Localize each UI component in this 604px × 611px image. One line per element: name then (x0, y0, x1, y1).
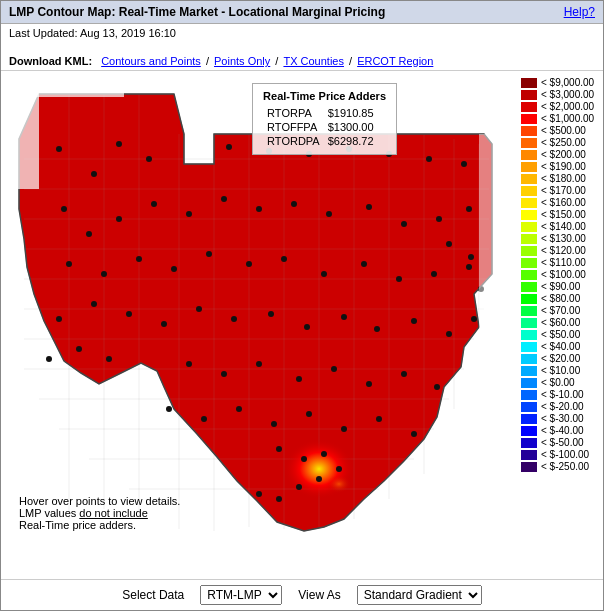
help-link[interactable]: Help? (564, 5, 595, 19)
legend-label: < $190.00 (541, 161, 586, 172)
legend-color-swatch (521, 174, 537, 184)
hover-line3: Real-Time price adders. (19, 519, 180, 531)
legend-item: < $130.00 (521, 233, 604, 244)
svg-point-98 (316, 476, 322, 482)
svg-point-42 (186, 211, 192, 217)
map-container: Real-Time Price Adders RTORPA $1910.85 R… (1, 71, 517, 579)
do-not-include: do not include (79, 507, 148, 519)
legend-item: < $-250.00 (521, 461, 604, 472)
tx-counties-link[interactable]: TX Counties (283, 55, 344, 67)
legend-item: < $40.00 (521, 341, 604, 352)
price-key-rtordpa: RTORDPA (263, 134, 324, 148)
ercot-region-link[interactable]: ERCOT Region (357, 55, 433, 67)
price-val-rtoffpa: $1300.00 (324, 120, 378, 134)
legend-color-swatch (521, 390, 537, 400)
page-title: LMP Contour Map: Real-Time Market - Loca… (9, 5, 385, 19)
svg-point-52 (101, 271, 107, 277)
legend-item: < $180.00 (521, 173, 604, 184)
svg-point-31 (226, 144, 232, 150)
price-row-rtordpa: RTORDPA $6298.72 (263, 134, 377, 148)
svg-point-76 (76, 346, 82, 352)
legend-item: < $0.00 (521, 377, 604, 388)
price-adders-box: Real-Time Price Adders RTORPA $1910.85 R… (252, 83, 397, 155)
svg-point-29 (116, 141, 122, 147)
legend-item: < $-20.00 (521, 401, 604, 412)
svg-point-30 (146, 156, 152, 162)
contours-points-link[interactable]: Contours and Points (101, 55, 201, 67)
view-as-dropdown[interactable]: Standard Gradient Custom (357, 585, 482, 605)
legend-color-swatch (521, 78, 537, 88)
price-val-rtorpa: $1910.85 (324, 106, 378, 120)
svg-point-100 (276, 496, 282, 502)
legend-color-swatch (521, 438, 537, 448)
svg-point-101 (256, 491, 262, 497)
legend-color-swatch (521, 378, 537, 388)
legend-label: < $1,000.00 (541, 113, 594, 124)
svg-point-80 (256, 361, 262, 367)
legend-color-swatch (521, 210, 537, 220)
svg-point-103 (468, 254, 474, 260)
svg-point-37 (461, 161, 467, 167)
svg-point-43 (221, 196, 227, 202)
svg-point-41 (151, 201, 157, 207)
points-only-link[interactable]: Points Only (214, 55, 270, 67)
svg-point-61 (431, 271, 437, 277)
lmp-values-pre: LMP values (19, 507, 79, 519)
legend-item: < $500.00 (521, 125, 604, 136)
svg-point-60 (396, 276, 402, 282)
legend-color-swatch (521, 402, 537, 412)
price-key-rtoffpa: RTOFFPA (263, 120, 324, 134)
legend-label: < $2,000.00 (541, 101, 594, 112)
svg-point-86 (166, 406, 172, 412)
svg-point-96 (321, 451, 327, 457)
legend-color-swatch (521, 462, 537, 472)
hover-instructions: Hover over points to view details. LMP v… (19, 495, 180, 531)
svg-point-75 (46, 356, 52, 362)
svg-point-64 (91, 301, 97, 307)
legend-item: < $2,000.00 (521, 101, 604, 112)
svg-point-38 (61, 206, 67, 212)
legend-color-swatch (521, 258, 537, 268)
download-kml-section: Download KML: Contours and Points / Poin… (9, 55, 435, 67)
hover-line1: Hover over points to view details. (19, 495, 180, 507)
svg-point-50 (466, 206, 472, 212)
legend-color-swatch (521, 450, 537, 460)
svg-point-97 (336, 466, 342, 472)
svg-point-51 (66, 261, 72, 267)
legend-color-swatch (521, 234, 537, 244)
svg-point-56 (246, 261, 252, 267)
legend-item: < $9,000.00 (521, 77, 604, 88)
legend-color-swatch (521, 126, 537, 136)
legend-item: < $-100.00 (521, 449, 604, 460)
legend-item: < $-30.00 (521, 413, 604, 424)
legend-label: < $60.00 (541, 317, 580, 328)
legend-item: < $200.00 (521, 149, 604, 160)
svg-point-71 (341, 314, 347, 320)
svg-point-70 (304, 324, 310, 330)
svg-point-65 (126, 311, 132, 317)
legend-item: < $60.00 (521, 317, 604, 328)
legend-color-swatch (521, 306, 537, 316)
select-data-label: Select Data (122, 588, 184, 602)
legend-color-swatch (521, 114, 537, 124)
legend-label: < $90.00 (541, 281, 580, 292)
svg-point-102 (446, 241, 452, 247)
legend-color-swatch (521, 318, 537, 328)
select-data-dropdown[interactable]: RTM-LMP DAM-LMP (200, 585, 282, 605)
legend-label: < $100.00 (541, 269, 586, 280)
svg-point-83 (366, 381, 372, 387)
svg-rect-107 (9, 79, 124, 97)
svg-point-46 (326, 211, 332, 217)
legend-color-swatch (521, 330, 537, 340)
price-val-rtordpa: $6298.72 (324, 134, 378, 148)
svg-point-82 (331, 366, 337, 372)
legend-item: < $160.00 (521, 197, 604, 208)
legend-color-swatch (521, 282, 537, 292)
legend-label: < $150.00 (541, 209, 586, 220)
svg-point-89 (271, 421, 277, 427)
svg-point-26 (319, 469, 359, 499)
legend-color-swatch (521, 354, 537, 364)
svg-point-92 (376, 416, 382, 422)
legend-color-swatch (521, 162, 537, 172)
legend-label: < $9,000.00 (541, 77, 594, 88)
